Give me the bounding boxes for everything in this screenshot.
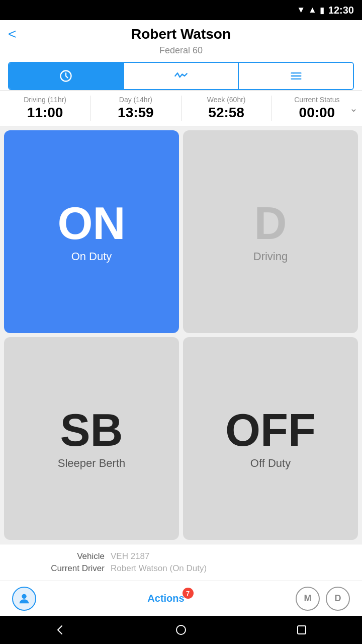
sleeper-berth-letter: SB [60,408,123,453]
status-grid: ON On Duty D Driving SB Sleeper Berth OF… [0,126,362,544]
tab-activity[interactable] [124,63,238,89]
stat-driving: Driving (11hr) 11:00 [0,96,90,121]
stat-day-value: 13:59 [118,105,154,121]
sleeper-berth-label: Sleeper Berth [58,457,126,470]
header-nav: < Robert Watson [8,26,354,42]
actions-label: Actions [147,593,184,604]
stat-week: Week (60hr) 52:58 [182,96,272,121]
tab-list[interactable] [239,63,353,89]
wifi-icon: ▼ [297,5,305,15]
driving-letter: D [254,201,287,246]
status-bar: ▼ ▲ ▮ 12:30 [0,0,362,20]
vehicle-label: Vehicle [10,551,111,561]
off-duty-label: Off Duty [250,457,291,470]
status-icons: ▼ ▲ ▮ [297,5,324,16]
stat-current-label: Current Status [294,96,339,104]
profile-button[interactable] [12,587,36,611]
status-time: 12:30 [328,5,354,16]
driver-value: Robert Watson (On Duty) [111,564,207,574]
home-nav-button[interactable] [175,624,187,636]
stat-current-value: 00:00 [299,105,335,121]
status-card-off-duty[interactable]: OFF Off Duty [183,337,358,540]
status-card-sleeper-berth[interactable]: SB Sleeper Berth [4,337,179,540]
driver-label: Current Driver [10,564,111,574]
header: < Robert Watson Federal 60 [0,20,362,91]
on-duty-letter: ON [58,201,126,246]
stat-day: Day (14hr) 13:59 [90,96,181,121]
back-button[interactable]: < [8,26,16,42]
stat-driving-label: Driving (11hr) [24,96,66,104]
vehicle-row: Vehicle VEH 2187 [10,551,352,561]
svg-rect-7 [298,626,306,634]
driver-name: Robert Watson [131,26,231,42]
vehicle-value: VEH 2187 [111,551,150,561]
stats-row: Driving (11hr) 11:00 Day (14hr) 13:59 We… [0,91,362,126]
stat-driving-value: 11:00 [27,105,63,121]
android-nav-bar [0,616,362,644]
bottom-right-buttons: M D [296,587,350,611]
back-nav-button[interactable] [54,624,66,636]
stat-week-label: Week (60hr) [207,96,246,104]
ruleset-label: Federal 60 [159,45,203,56]
dropdown-arrow-icon: ⌄ [349,102,358,114]
signal-icon: ▲ [308,5,317,15]
actions-button[interactable]: Actions 7 [147,593,184,604]
bottom-bar: Actions 7 M D [0,581,362,616]
on-duty-label: On Duty [71,250,112,263]
stat-week-value: 52:58 [208,105,244,121]
vehicle-info: Vehicle VEH 2187 Current Driver Robert W… [0,544,362,581]
actions-badge: 7 [183,588,194,599]
d-button[interactable]: D [326,587,350,611]
stat-current[interactable]: Current Status 00:00 ⌄ [272,96,362,121]
status-card-on-duty[interactable]: ON On Duty [4,130,179,333]
tab-bar [8,62,354,90]
status-card-driving[interactable]: D Driving [183,130,358,333]
battery-icon: ▮ [320,5,324,16]
off-duty-letter: OFF [225,408,316,453]
svg-point-6 [176,625,186,634]
tab-clock[interactable] [9,63,123,89]
m-button[interactable]: M [296,587,320,611]
recents-nav-button[interactable] [296,624,308,636]
stat-day-label: Day (14hr) [119,96,152,104]
driving-label: Driving [253,250,288,263]
svg-point-5 [22,594,26,598]
driver-row: Current Driver Robert Watson (On Duty) [10,564,352,574]
